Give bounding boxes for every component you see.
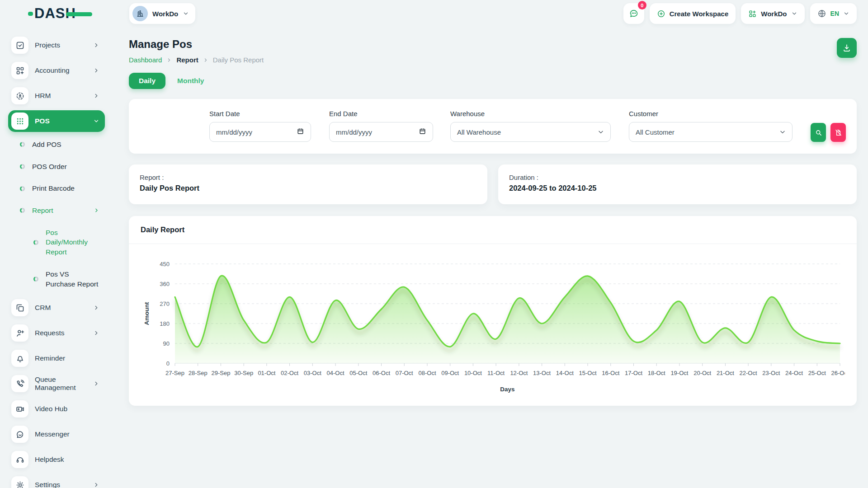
workspace-name: WorkDo bbox=[152, 10, 178, 18]
bullet-icon bbox=[20, 186, 25, 191]
svg-text:Days: Days bbox=[500, 386, 514, 393]
sidebar-item-label: Messenger bbox=[35, 430, 99, 438]
breadcrumb-dashboard[interactable]: Dashboard bbox=[129, 56, 162, 64]
sidebar-item-label: Helpdesk bbox=[35, 455, 99, 464]
svg-text:26-Oct: 26-Oct bbox=[831, 370, 845, 376]
video-icon bbox=[11, 400, 28, 418]
sidebar-item-requests[interactable]: Requests bbox=[8, 322, 105, 344]
sidebar-item-pos-daily-monthly-report[interactable]: Pos Daily/Monthly Report bbox=[8, 224, 105, 261]
sidebar-item-print-barcode[interactable]: Print Barcode bbox=[8, 179, 105, 197]
bullet-icon bbox=[33, 277, 38, 282]
projects-icon bbox=[11, 37, 28, 54]
reminder-icon bbox=[11, 350, 28, 367]
sidebar-item-pos-vs-purchase-report[interactable]: Pos VS Purchase Report bbox=[8, 265, 105, 293]
start-date-input[interactable]: mm/dd/yyyy bbox=[209, 122, 311, 142]
report-summary-card: Report : Daily Pos Report bbox=[129, 164, 487, 204]
svg-text:Amount: Amount bbox=[143, 302, 150, 325]
bullet-icon bbox=[20, 142, 25, 147]
sidebar-item-settings[interactable]: Settings bbox=[8, 474, 105, 488]
apply-filter-button[interactable] bbox=[811, 123, 826, 142]
sidebar-item-label: Queue Management bbox=[35, 375, 93, 392]
account-menu[interactable]: WorkDo bbox=[741, 3, 804, 24]
end-date-input[interactable]: mm/dd/yyyy bbox=[329, 122, 433, 142]
warehouse-value: All Warehouse bbox=[457, 128, 598, 136]
sidebar-item-label: Report bbox=[32, 206, 94, 216]
svg-text:30-Sep: 30-Sep bbox=[234, 370, 253, 376]
svg-text:01-Oct: 01-Oct bbox=[258, 370, 275, 376]
sidebar-item-helpdesk[interactable]: Helpdesk bbox=[8, 449, 105, 470]
sidebar-item-label: Video Hub bbox=[35, 405, 99, 413]
messages-button[interactable]: 0 bbox=[623, 3, 644, 24]
file-off-icon bbox=[835, 129, 842, 136]
sidebar-item-crm[interactable]: CRM bbox=[8, 297, 105, 319]
workspace-selector[interactable]: WorkDo bbox=[129, 3, 195, 24]
svg-text:08-Oct: 08-Oct bbox=[418, 370, 436, 376]
daily-report-chart: 09018027036045027-Sep28-Sep29-Sep30-Sep0… bbox=[129, 244, 857, 406]
warehouse-select[interactable]: All Warehouse bbox=[450, 122, 611, 142]
chat-bubble-icon bbox=[629, 9, 639, 19]
sidebar-item-pos-order[interactable]: POS Order bbox=[8, 158, 105, 176]
breadcrumb: Dashboard Report Daily Pos Report bbox=[129, 56, 264, 64]
sidebar-item-reminder[interactable]: Reminder bbox=[8, 347, 105, 369]
end-date-placeholder: mm/dd/yyyy bbox=[336, 128, 419, 136]
page-title: Manage Pos bbox=[129, 38, 264, 51]
warehouse-label: Warehouse bbox=[450, 110, 611, 117]
chevron-down-icon bbox=[779, 129, 786, 135]
sidebar-item-add-pos[interactable]: Add POS bbox=[8, 136, 105, 154]
calendar-icon[interactable] bbox=[297, 127, 304, 136]
svg-text:13-Oct: 13-Oct bbox=[533, 370, 551, 376]
svg-text:28-Sep: 28-Sep bbox=[189, 370, 208, 376]
duration-label: Duration : bbox=[509, 174, 846, 181]
svg-text:16-Oct: 16-Oct bbox=[602, 370, 619, 376]
svg-text:18-Oct: 18-Oct bbox=[648, 370, 665, 376]
app-logo[interactable]: DASH bbox=[28, 5, 92, 22]
start-date-label: Start Date bbox=[209, 110, 311, 117]
customer-label: Customer bbox=[629, 110, 793, 117]
svg-text:02-Oct: 02-Oct bbox=[281, 370, 298, 376]
svg-text:25-Oct: 25-Oct bbox=[808, 370, 826, 376]
chevron-right-icon bbox=[93, 42, 99, 48]
svg-text:90: 90 bbox=[163, 340, 170, 347]
chevron-down-icon bbox=[183, 10, 189, 17]
svg-text:180: 180 bbox=[160, 320, 170, 327]
svg-text:12-Oct: 12-Oct bbox=[510, 370, 528, 376]
sidebar-item-label: Pos VS Purchase Report bbox=[46, 269, 99, 289]
chevron-right-icon bbox=[203, 57, 208, 63]
tab-monthly[interactable]: Monthly bbox=[177, 77, 204, 85]
svg-text:29-Sep: 29-Sep bbox=[211, 370, 230, 376]
svg-text:21-Oct: 21-Oct bbox=[717, 370, 734, 376]
sidebar-item-video-hub[interactable]: Video Hub bbox=[8, 398, 105, 420]
chevron-right-icon bbox=[93, 305, 99, 311]
calendar-icon[interactable] bbox=[419, 127, 426, 136]
main-content: Manage Pos Dashboard Report Daily Pos Re… bbox=[113, 27, 868, 488]
sidebar-item-label: Settings bbox=[35, 481, 93, 488]
svg-text:04-Oct: 04-Oct bbox=[327, 370, 344, 376]
sidebar-item-queue-management[interactable]: Queue Management bbox=[8, 373, 105, 394]
language-selector[interactable]: EN bbox=[810, 3, 857, 24]
download-button[interactable] bbox=[837, 38, 857, 58]
crm-icon bbox=[11, 299, 28, 316]
svg-text:06-Oct: 06-Oct bbox=[373, 370, 390, 376]
sidebar-item-pos[interactable]: POS bbox=[8, 110, 105, 132]
chevron-right-icon bbox=[93, 93, 99, 99]
create-workspace-button[interactable]: Create Workspace bbox=[650, 3, 736, 24]
hrm-icon bbox=[11, 87, 28, 104]
sidebar-item-messenger[interactable]: Messenger bbox=[8, 423, 105, 445]
search-icon bbox=[815, 129, 822, 136]
settings-icon bbox=[11, 476, 28, 488]
svg-text:11-Oct: 11-Oct bbox=[487, 370, 505, 376]
breadcrumb-report[interactable]: Report bbox=[176, 56, 198, 64]
sidebar-item-report[interactable]: Report bbox=[8, 202, 105, 220]
chevron-right-icon bbox=[93, 67, 99, 74]
chevron-right-icon bbox=[93, 482, 99, 488]
tab-daily[interactable]: Daily bbox=[129, 73, 165, 89]
sidebar-item-accounting[interactable]: Accounting bbox=[8, 60, 105, 81]
globe-icon bbox=[817, 9, 826, 18]
svg-text:0: 0 bbox=[166, 360, 170, 367]
sidebar-item-hrm[interactable]: HRM bbox=[8, 85, 105, 107]
customer-select[interactable]: All Customer bbox=[629, 122, 793, 142]
report-label: Report : bbox=[140, 174, 476, 181]
sidebar-item-label: Print Barcode bbox=[32, 183, 99, 193]
sidebar-item-projects[interactable]: Projects bbox=[8, 34, 105, 56]
reset-filter-button[interactable] bbox=[830, 123, 846, 142]
